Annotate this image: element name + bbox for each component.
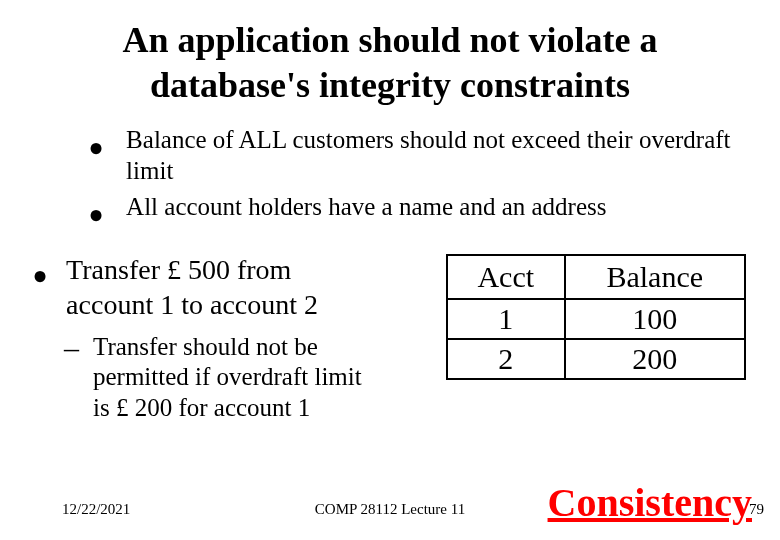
cell-acct: 1 [447,299,565,339]
cell-balance: 100 [565,299,745,339]
accounts-table-block: Acct Balance 1 100 2 200 [446,248,746,424]
list-item: • Balance of ALL customers should not ex… [88,122,752,187]
lower-section: • Transfer £ 500 from account 1 to accou… [28,248,752,424]
sub-list-item: – Transfer should not be permitted if ov… [64,332,418,424]
footer-page: 79 [749,501,764,518]
list-item: • All account holders have a name and an… [88,189,752,228]
table-header-row: Acct Balance [447,255,745,299]
dash-icon: – [64,334,79,361]
transfer-line-2: account 1 to account 2 [66,289,318,320]
slide-title: An application should not violate a data… [28,18,752,108]
bullet-text: All account holders have a name and an a… [126,189,752,222]
example-block: • Transfer £ 500 from account 1 to accou… [28,248,418,424]
list-item: • Transfer £ 500 from account 1 to accou… [28,248,418,322]
consistency-callout: Consistency [548,479,752,526]
table-row: 1 100 [447,299,745,339]
accounts-table: Acct Balance 1 100 2 200 [446,254,746,380]
bullet-text: Balance of ALL customers should not exce… [126,122,752,187]
note-line-1: Transfer should not be [93,333,318,360]
footer-date: 12/22/2021 [62,501,130,518]
header-acct: Acct [447,255,565,299]
cell-balance: 200 [565,339,745,379]
bullet-icon: • [32,264,48,289]
note-line-3: is £ 200 for account 1 [93,394,310,421]
bullet-icon: • [88,203,104,228]
header-balance: Balance [565,255,745,299]
cell-acct: 2 [447,339,565,379]
note-line-2: permitted if overdraft limit [93,363,362,390]
slide: An application should not violate a data… [0,0,780,540]
table-row: 2 200 [447,339,745,379]
title-line-2: database's integrity constraints [150,65,630,105]
transfer-line-1: Transfer £ 500 from [66,254,291,285]
footer-center: COMP 28112 Lecture 11 [315,501,465,518]
rules-list: • Balance of ALL customers should not ex… [88,122,752,228]
note-text: Transfer should not be permitted if over… [93,332,362,424]
transfer-text: Transfer £ 500 from account 1 to account… [66,248,318,322]
bullet-icon: • [88,136,104,161]
title-line-1: An application should not violate a [122,20,657,60]
